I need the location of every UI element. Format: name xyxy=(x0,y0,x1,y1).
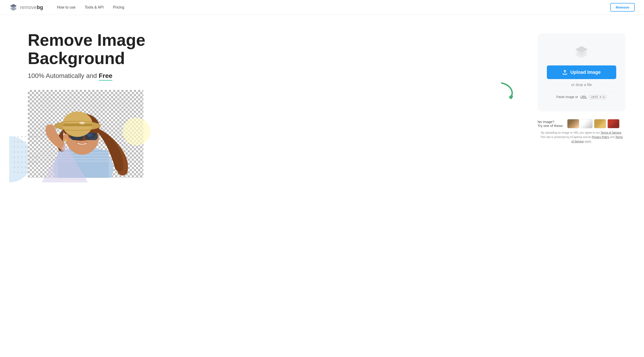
logo-icon xyxy=(9,3,18,11)
panel-logo-icon xyxy=(574,45,590,58)
svg-rect-22 xyxy=(63,123,92,126)
dots-pattern xyxy=(14,136,42,178)
upload-panel-container: Upload Image or drop a file Paste image … xyxy=(538,29,626,144)
nav-login-button[interactable]: Remove xyxy=(610,3,635,11)
tos-text: By uploading an image or URL you agree t… xyxy=(538,131,626,144)
tos-link-1[interactable]: Terms of Service xyxy=(600,131,621,134)
svg-point-18 xyxy=(65,139,67,141)
drop-text: or drop a file xyxy=(571,83,592,87)
nav-how-to-use[interactable]: How to use xyxy=(57,5,76,9)
svg-point-16 xyxy=(87,133,92,137)
hero-title: Remove Image Background xyxy=(28,31,494,67)
site-logo[interactable]: removebg xyxy=(9,3,43,11)
paste-keys: ctrl + v xyxy=(589,95,607,99)
sample-image-2[interactable] xyxy=(580,119,593,128)
sample-image-4[interactable] xyxy=(608,119,620,128)
svg-point-23 xyxy=(79,122,85,124)
upload-image-button[interactable]: Upload Image xyxy=(547,65,616,79)
paste-area: Paste image or URL ctrl + v xyxy=(547,92,616,102)
upload-panel: Upload Image or drop a file Paste image … xyxy=(538,33,626,111)
green-arrow-icon xyxy=(498,79,519,100)
hero-subtitle: 100% Automatically and Free xyxy=(28,72,494,81)
upload-icon xyxy=(562,70,568,75)
nav-pricing[interactable]: Pricing xyxy=(113,5,124,9)
triangle-decoration xyxy=(42,143,88,182)
circle-decoration xyxy=(122,118,150,145)
sample-image-list xyxy=(567,119,620,128)
paste-label: Paste image or xyxy=(556,95,578,99)
tos-link-2[interactable]: Privacy Policy xyxy=(592,135,609,139)
no-image-text: No image? Try one of these: xyxy=(538,120,564,128)
arrow-area xyxy=(494,29,524,100)
paste-url-link[interactable]: URL xyxy=(580,95,587,99)
sample-image-3[interactable] xyxy=(594,119,606,128)
sample-images-area: No image? Try one of these: xyxy=(538,117,626,131)
sample-image-1[interactable] xyxy=(567,119,579,128)
logo-text: removebg xyxy=(20,4,43,10)
nav-tools-api[interactable]: Tools & API xyxy=(85,5,104,9)
